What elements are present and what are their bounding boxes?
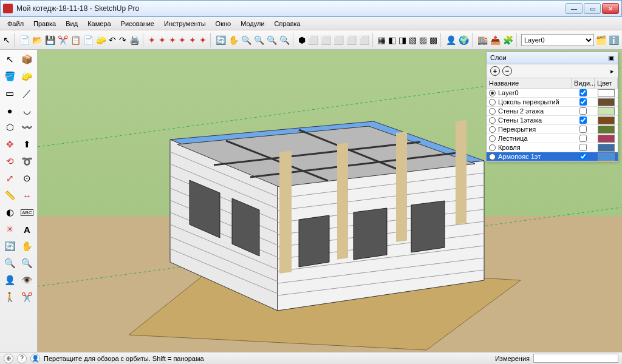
- dimension-icon[interactable]: ↔: [19, 187, 35, 203]
- arc-icon[interactable]: ◡: [19, 103, 35, 118]
- offset-icon[interactable]: ⊙: [19, 170, 35, 186]
- layer-color-swatch[interactable]: [598, 116, 615, 124]
- followme-icon[interactable]: ➰: [19, 153, 35, 169]
- menu-camera[interactable]: Камера: [84, 19, 114, 29]
- next-view-icon[interactable]: 🔍: [279, 33, 290, 47]
- layer-color-swatch[interactable]: [598, 126, 615, 133]
- layers-panel[interactable]: Слои ▣ + − ▸ Название Види... Цвет Layer…: [486, 52, 618, 162]
- freehand-icon[interactable]: 〰️: [19, 120, 35, 135]
- layer-radio[interactable]: [489, 99, 496, 106]
- layers-col-color[interactable]: Цвет: [595, 78, 618, 88]
- pan-tool-icon[interactable]: ✋: [19, 238, 35, 254]
- 3d-viewport[interactable]: Слои ▣ + − ▸ Название Види... Цвет Layer…: [38, 50, 622, 352]
- menu-edit[interactable]: Правка: [30, 19, 60, 29]
- component-make-icon[interactable]: 📦: [19, 52, 35, 67]
- layer-row[interactable]: Кровля: [487, 143, 618, 152]
- menu-tools[interactable]: Инструменты: [160, 19, 210, 29]
- layers-col-visible[interactable]: Види...: [572, 78, 595, 88]
- style-xray-icon[interactable]: ▩: [429, 33, 438, 47]
- move-icon[interactable]: ✥: [2, 136, 18, 152]
- style-hidden-icon[interactable]: ◧: [388, 33, 397, 47]
- line-icon[interactable]: ／: [19, 86, 35, 101]
- orbit-tool-icon[interactable]: 🔄: [2, 238, 18, 254]
- zoom-tool-icon[interactable]: 🔍: [2, 255, 18, 271]
- tape-icon[interactable]: 📏: [2, 187, 18, 203]
- warehouse-icon[interactable]: 🏬: [477, 33, 488, 47]
- protractor-icon[interactable]: ◐: [2, 204, 18, 220]
- menu-help[interactable]: Справка: [271, 19, 304, 29]
- menu-window[interactable]: Окно: [212, 19, 235, 29]
- section-icon[interactable]: ✂️: [19, 289, 35, 305]
- info-icon[interactable]: ℹ️: [608, 33, 620, 47]
- front-view-icon[interactable]: ⬜: [320, 33, 332, 47]
- pushpull-icon[interactable]: ⬆: [19, 136, 35, 152]
- circle-icon[interactable]: ●: [2, 103, 18, 118]
- paste-icon[interactable]: 📄: [83, 33, 94, 47]
- prev-view-icon[interactable]: 🔍: [266, 33, 278, 47]
- open-file-icon[interactable]: 📂: [32, 33, 43, 47]
- orbit-icon[interactable]: 🔄: [215, 33, 227, 47]
- layer-row[interactable]: Layer0: [487, 89, 618, 98]
- layer-visible-checkbox[interactable]: [579, 116, 587, 124]
- style-mono-icon[interactable]: ▨: [419, 33, 428, 47]
- layer-dropdown[interactable]: Layer0: [521, 34, 594, 46]
- panel-close-icon[interactable]: ▣: [608, 54, 614, 62]
- layer-color-swatch[interactable]: [598, 98, 615, 106]
- layer-color-swatch[interactable]: [598, 89, 615, 97]
- layer-manager-icon[interactable]: 🗂️: [595, 33, 607, 47]
- layer-row[interactable]: Перекрытия: [487, 125, 618, 134]
- copy-icon[interactable]: 📋: [70, 33, 81, 47]
- zoom-window-icon[interactable]: 🔍: [253, 33, 265, 47]
- select-tool-icon[interactable]: ↖: [2, 33, 12, 47]
- undo-icon[interactable]: ↶: [108, 33, 117, 47]
- new-file-icon[interactable]: 📄: [19, 33, 30, 47]
- geo-icon[interactable]: ⊕: [4, 354, 13, 363]
- measurements-input[interactable]: [533, 354, 618, 363]
- layer-color-swatch[interactable]: [598, 153, 615, 161]
- style-wireframe-icon[interactable]: ▦: [377, 33, 386, 47]
- layer-row[interactable]: Армопояс 1эт: [487, 152, 618, 161]
- layer-radio[interactable]: [489, 153, 496, 160]
- extension-icon[interactable]: 🧩: [502, 33, 514, 47]
- layer-radio[interactable]: [489, 126, 496, 133]
- layer-menu-icon[interactable]: ▸: [610, 67, 614, 75]
- zoom-icon[interactable]: 🔍: [241, 33, 252, 47]
- shadows-icon[interactable]: 👤: [445, 33, 457, 47]
- style-shaded-icon[interactable]: ◨: [398, 33, 407, 47]
- menu-plugins[interactable]: Модули: [237, 19, 268, 29]
- component-icon-4[interactable]: ✦: [178, 33, 187, 47]
- iso-view-icon[interactable]: ⬢: [297, 33, 306, 47]
- user-icon[interactable]: 👤: [30, 354, 40, 363]
- cut-icon[interactable]: ✂️: [57, 33, 69, 47]
- right-view-icon[interactable]: ⬜: [333, 33, 344, 47]
- polygon-icon[interactable]: ⬡: [2, 120, 18, 135]
- menu-view[interactable]: Вид: [62, 19, 81, 29]
- component-icon-2[interactable]: ✦: [157, 33, 166, 47]
- component-icon-5[interactable]: ✦: [188, 33, 197, 47]
- layer-visible-checkbox[interactable]: [579, 107, 587, 115]
- close-button[interactable]: ✕: [602, 3, 619, 14]
- look-around-icon[interactable]: 👁️: [19, 272, 35, 288]
- layer-row[interactable]: Лестница: [487, 134, 618, 143]
- upload-icon[interactable]: 📤: [490, 33, 501, 47]
- eraser-icon[interactable]: 🧽: [19, 69, 35, 84]
- back-view-icon[interactable]: ⬜: [346, 33, 357, 47]
- walk-icon[interactable]: 🚶: [2, 289, 18, 305]
- layer-visible-checkbox[interactable]: [579, 153, 587, 160]
- add-layer-icon[interactable]: +: [490, 66, 500, 76]
- layer-visible-checkbox[interactable]: [579, 135, 587, 142]
- layers-col-name[interactable]: Название: [487, 78, 572, 88]
- menu-drawing[interactable]: Рисование: [117, 19, 158, 29]
- rectangle-icon[interactable]: ▭: [2, 86, 18, 101]
- style-texture-icon[interactable]: ▧: [408, 33, 417, 47]
- layer-color-swatch[interactable]: [598, 107, 615, 115]
- erase-icon[interactable]: 🧽: [95, 33, 107, 47]
- save-file-icon[interactable]: 💾: [44, 33, 56, 47]
- remove-layer-icon[interactable]: −: [502, 66, 512, 76]
- component-icon[interactable]: ✦: [147, 33, 156, 47]
- maximize-button[interactable]: ▭: [584, 3, 601, 14]
- layer-row[interactable]: Цоколь перекрытий: [487, 98, 618, 107]
- layer-row[interactable]: Стены 2 этажа: [487, 107, 618, 116]
- select-icon[interactable]: ↖: [2, 52, 18, 67]
- position-camera-icon[interactable]: 👤: [2, 272, 18, 288]
